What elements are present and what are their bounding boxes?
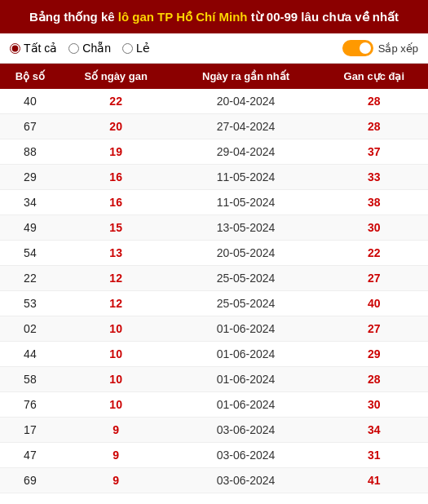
cell-gan-cuc-dai: 30 [320,392,428,418]
cell-ngay-ra: 01-06-2024 [172,392,320,418]
cell-so-ngay-gan: 13 [60,241,172,266]
cell-ngay-ra: 25-05-2024 [172,266,320,291]
cell-bo-so: 49 [0,215,60,241]
cell-ngay-ra: 03-06-2024 [172,443,320,468]
cell-bo-so: 47 [0,443,60,468]
cell-gan-cuc-dai: 27 [320,316,428,342]
col-header-ngay-ra: Ngày ra gần nhất [172,64,320,89]
cell-bo-so: 69 [0,468,60,493]
table-row: 491513-05-202430 [0,215,428,241]
filter-bar: Tất cả Chẵn Lẻ Sắp xếp [0,33,428,64]
cell-bo-so: 54 [0,241,60,266]
cell-ngay-ra: 03-06-2024 [172,468,320,493]
cell-bo-so: 40 [0,89,60,114]
table-row: 47903-06-202431 [0,443,428,468]
col-header-gan-cuc-dai: Gan cực đại [320,64,428,89]
data-table: Bộ số Số ngày gan Ngày ra gần nhất Gan c… [0,64,428,493]
cell-so-ngay-gan: 12 [60,291,172,316]
cell-gan-cuc-dai: 34 [320,418,428,443]
cell-gan-cuc-dai: 37 [320,139,428,165]
cell-so-ngay-gan: 12 [60,266,172,291]
cell-bo-so: 29 [0,165,60,190]
header-line2: từ 00-99 lâu chưa về nhất [251,10,399,24]
cell-so-ngay-gan: 9 [60,443,172,468]
cell-ngay-ra: 25-05-2024 [172,291,320,316]
cell-gan-cuc-dai: 22 [320,241,428,266]
table-row: 441001-06-202429 [0,342,428,367]
cell-ngay-ra: 01-06-2024 [172,316,320,342]
table-row: 221225-05-202427 [0,266,428,291]
cell-bo-so: 17 [0,418,60,443]
filter-even[interactable]: Chẵn [68,42,111,55]
table-row: 881929-04-202437 [0,139,428,165]
table-row: 69903-06-202441 [0,468,428,493]
cell-bo-so: 67 [0,114,60,139]
cell-bo-so: 02 [0,316,60,342]
cell-ngay-ra: 01-06-2024 [172,342,320,367]
table-row: 291611-05-202433 [0,165,428,190]
table-row: 672027-04-202428 [0,114,428,139]
cell-so-ngay-gan: 9 [60,468,172,493]
filter-odd-label: Lẻ [136,42,150,55]
header-text: Bảng thống kê lô gan TP Hồ Chí Minh từ 0… [29,10,399,24]
cell-so-ngay-gan: 9 [60,418,172,443]
cell-gan-cuc-dai: 28 [320,367,428,392]
table-row: 541320-05-202422 [0,241,428,266]
cell-gan-cuc-dai: 40 [320,291,428,316]
sort-toggle-area[interactable]: Sắp xếp [342,40,418,56]
filter-odd[interactable]: Lẻ [122,42,150,55]
cell-so-ngay-gan: 15 [60,215,172,241]
cell-ngay-ra: 01-06-2024 [172,367,320,392]
cell-ngay-ra: 20-05-2024 [172,241,320,266]
cell-bo-so: 53 [0,291,60,316]
cell-ngay-ra: 20-04-2024 [172,89,320,114]
cell-gan-cuc-dai: 31 [320,443,428,468]
cell-ngay-ra: 29-04-2024 [172,139,320,165]
table-row: 581001-06-202428 [0,367,428,392]
filter-all[interactable]: Tất cả [10,42,57,55]
cell-bo-so: 22 [0,266,60,291]
cell-so-ngay-gan: 10 [60,392,172,418]
cell-gan-cuc-dai: 28 [320,89,428,114]
cell-ngay-ra: 11-05-2024 [172,165,320,190]
header-highlight: lô gan TP Hồ Chí Minh [118,10,248,24]
cell-so-ngay-gan: 22 [60,89,172,114]
cell-so-ngay-gan: 16 [60,190,172,215]
filter-even-label: Chẵn [82,42,111,55]
sort-toggle[interactable] [342,40,373,56]
cell-ngay-ra: 11-05-2024 [172,190,320,215]
header-line1: Bảng thống kê [29,10,115,24]
col-header-so-ngay-gan: Số ngày gan [60,64,172,89]
cell-so-ngay-gan: 10 [60,316,172,342]
cell-gan-cuc-dai: 29 [320,342,428,367]
table-row: 17903-06-202434 [0,418,428,443]
cell-bo-so: 88 [0,139,60,165]
cell-gan-cuc-dai: 27 [320,266,428,291]
cell-gan-cuc-dai: 33 [320,165,428,190]
cell-so-ngay-gan: 19 [60,139,172,165]
table-row: 021001-06-202427 [0,316,428,342]
table-header-row: Bộ số Số ngày gan Ngày ra gần nhất Gan c… [0,64,428,89]
filter-options: Tất cả Chẵn Lẻ [10,42,150,55]
cell-so-ngay-gan: 10 [60,367,172,392]
table-row: 761001-06-202430 [0,392,428,418]
cell-ngay-ra: 27-04-2024 [172,114,320,139]
table-row: 341611-05-202438 [0,190,428,215]
cell-ngay-ra: 13-05-2024 [172,215,320,241]
table-row: 402220-04-202428 [0,89,428,114]
cell-gan-cuc-dai: 30 [320,215,428,241]
cell-ngay-ra: 03-06-2024 [172,418,320,443]
cell-so-ngay-gan: 20 [60,114,172,139]
cell-so-ngay-gan: 16 [60,165,172,190]
col-header-bo-so: Bộ số [0,64,60,89]
cell-bo-so: 34 [0,190,60,215]
cell-bo-so: 76 [0,392,60,418]
cell-gan-cuc-dai: 41 [320,468,428,493]
header: Bảng thống kê lô gan TP Hồ Chí Minh từ 0… [0,0,428,33]
cell-bo-so: 44 [0,342,60,367]
sort-label: Sắp xếp [378,42,418,55]
cell-gan-cuc-dai: 28 [320,114,428,139]
filter-all-label: Tất cả [24,42,57,55]
cell-so-ngay-gan: 10 [60,342,172,367]
cell-gan-cuc-dai: 38 [320,190,428,215]
